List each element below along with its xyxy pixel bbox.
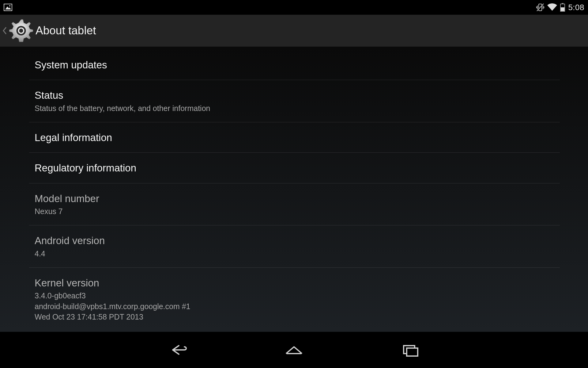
row-legal-information[interactable]: Legal information [29, 122, 560, 153]
row-subtitle: Status of the battery, network, and othe… [35, 103, 554, 114]
action-bar: About tablet [0, 15, 588, 47]
settings-gear-icon[interactable] [8, 19, 34, 43]
svg-point-13 [16, 26, 26, 35]
row-kernel-version[interactable]: Kernel version 3.4.0-gb0eacf3 android-bu… [29, 268, 560, 331]
row-subtitle: Nexus 7 [35, 206, 554, 217]
row-title: Kernel version [35, 277, 554, 289]
row-title: Android version [35, 234, 554, 247]
nav-home-button[interactable] [279, 341, 309, 359]
row-title: System updates [35, 59, 554, 71]
settings-list: System updates Status Status of the batt… [29, 50, 560, 331]
svg-rect-12 [561, 7, 564, 11]
status-clock: 5:08 [568, 3, 584, 12]
svg-line-9 [537, 4, 544, 11]
navigation-bar [0, 332, 588, 368]
row-title: Regulatory information [35, 162, 554, 174]
svg-marker-1 [5, 6, 11, 10]
row-subtitle: 4.4 [35, 248, 554, 259]
status-bar[interactable]: 5:08 [0, 0, 588, 15]
row-title: Status [35, 89, 554, 102]
vibrate-icon [536, 3, 544, 12]
back-chevron-icon[interactable] [2, 27, 8, 35]
row-system-updates[interactable]: System updates [29, 50, 560, 80]
nav-back-button[interactable] [162, 341, 193, 359]
svg-point-2 [9, 5, 10, 6]
svg-rect-17 [407, 348, 418, 356]
row-model-number[interactable]: Model number Nexus 7 [29, 183, 560, 226]
nav-recents-button[interactable] [395, 341, 426, 359]
row-subtitle: 3.4.0-gb0eacf3 android-build@vpbs1.mtv.c… [35, 290, 554, 322]
gallery-icon [4, 4, 12, 11]
wifi-icon [547, 3, 557, 11]
page-title: About tablet [36, 24, 96, 37]
row-status[interactable]: Status Status of the battery, network, a… [29, 80, 560, 122]
row-title: Legal information [35, 131, 554, 144]
content-area: System updates Status Status of the batt… [0, 47, 588, 332]
battery-icon [560, 3, 565, 12]
row-regulatory-information[interactable]: Regulatory information [29, 153, 560, 183]
row-title: Model number [35, 192, 554, 205]
row-android-version[interactable]: Android version 4.4 [29, 225, 560, 268]
